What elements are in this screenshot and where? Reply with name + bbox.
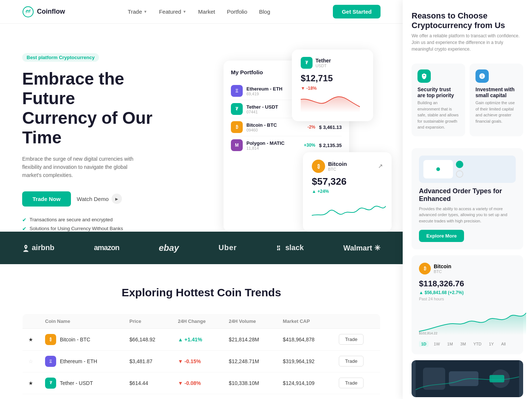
- table-row: ★ ₿Bitcoin - BTC $66,148.92 ▲ +1.41% $21…: [23, 328, 381, 350]
- btc-share-icon[interactable]: ↗: [378, 163, 383, 170]
- trends-title: Exploring Hottest Coin Trends: [22, 286, 381, 299]
- navbar: Coinflow Trade ▼ Featured ▼ Market Portf…: [0, 0, 403, 24]
- ao-title: Advanced Order Types for Enhanced: [419, 187, 516, 203]
- col-price: Price: [123, 314, 172, 328]
- eth-table-icon: Ξ: [45, 356, 56, 367]
- time-tabs: 1D 1W 1M 3M YTD 1Y All: [419, 341, 516, 347]
- check-icon-1: ✔: [22, 217, 27, 223]
- play-icon: ▶: [112, 194, 122, 204]
- col-market-cap: Market CAP: [277, 314, 333, 328]
- tether-price-card: ₮ Tether USDT $12,715 ▼ -18%: [292, 50, 373, 121]
- svg-rect-4: [279, 248, 280, 250]
- security-icon: [417, 69, 431, 83]
- hero-checks: ✔ Transactions are secure and encrypted …: [22, 217, 170, 232]
- get-started-button[interactable]: Get Started: [333, 5, 381, 18]
- svg-rect-10: [490, 375, 504, 382]
- eth-icon: Ξ: [231, 85, 243, 97]
- col-24h-volume: 24H Volume: [223, 314, 277, 328]
- col-24h-change: 24H Change: [172, 314, 223, 328]
- tether-mini-chart: [301, 94, 364, 114]
- trade-usdt-button[interactable]: Trade: [339, 378, 364, 388]
- reasons-title: Reasons to Choose Cryptocurrency from Us: [412, 11, 523, 30]
- hero-right: ₮ Tether USDT $12,715 ▼ -18%: [185, 46, 381, 232]
- hero-left: Best platform Cryptocurrency Embrace the…: [22, 46, 170, 232]
- explore-more-button[interactable]: Explore More: [419, 230, 464, 242]
- btc-detail-icon: ₿: [419, 263, 431, 274]
- reasons-subtitle: We offer a reliable platform to transact…: [412, 33, 523, 52]
- btc-detail-chart: $102,814.22: [419, 306, 526, 335]
- btc-detail-card: ₿ Bitcoin BTC $118,326.76 ▲ $56,841.68 (…: [412, 255, 523, 354]
- bitcoin-price-card: ₿ Bitcoin BTC ↗ $57,326 ▲ +24%: [303, 152, 392, 232]
- nav-blog[interactable]: Blog: [259, 8, 270, 15]
- brand-ebay: ebay: [159, 243, 179, 253]
- tab-1d[interactable]: 1D: [419, 341, 429, 347]
- bitcoin-chart: [312, 197, 383, 224]
- nav-market[interactable]: Market: [198, 8, 215, 15]
- trade-eth-button[interactable]: Trade: [339, 356, 364, 366]
- toggle-1[interactable]: [456, 161, 463, 168]
- star-usdt[interactable]: ★: [23, 372, 40, 394]
- brand-slack: slack: [276, 243, 304, 252]
- defi-image: [412, 360, 523, 397]
- star-bnb[interactable]: ☆: [23, 394, 40, 399]
- brand-amazon: amazon: [94, 243, 119, 252]
- nav-trade[interactable]: Trade ▼: [128, 8, 147, 15]
- toggle-2[interactable]: [456, 170, 463, 178]
- hero-buttons: Trade Now Watch Demo ▶: [22, 191, 170, 207]
- svg-text:$102,814.22: $102,814.22: [419, 331, 437, 335]
- ao-desc: Provides the ability to access a variety…: [419, 206, 516, 224]
- table-row: ☆ ΞEthereum - ETH $3,481.87 ▼ -0.15% $12…: [23, 350, 381, 372]
- reasons-grid: Security trust are top priority Building…: [412, 64, 523, 142]
- brand-airbnb: airbnb: [22, 243, 54, 252]
- svg-rect-2: [277, 248, 278, 250]
- btc-table-icon: ₿: [45, 334, 56, 345]
- hero-badge: Best platform Cryptocurrency: [22, 53, 99, 62]
- tab-ytd[interactable]: YTD: [471, 341, 484, 347]
- brands-banner: airbnb amazon ebay Uber slack Walmart ✳: [0, 232, 403, 264]
- reason-investment: Investment with small capital Gain optim…: [470, 64, 523, 136]
- table-row: ★ ₮Tether - USDT $614.44 ▼ -0.08% $10,33…: [23, 372, 381, 394]
- reason-security: Security trust are top priority Building…: [412, 64, 465, 136]
- table-row: ☆ BBNB - BNB $578.91 ▲ +0.86% $15,719.81…: [23, 394, 381, 399]
- trade-btc-button[interactable]: Trade: [339, 334, 364, 345]
- tab-1w[interactable]: 1W: [432, 341, 442, 347]
- nav-links: Trade ▼ Featured ▼ Market Portfolio Blog: [128, 8, 270, 15]
- tab-3m[interactable]: 3M: [458, 341, 468, 347]
- right-panel: Reasons to Choose Cryptocurrency from Us…: [403, 0, 532, 399]
- defi-section: Building the Future of Decentralized Fin…: [412, 360, 523, 399]
- tab-all[interactable]: All: [499, 341, 508, 347]
- svg-rect-3: [279, 245, 280, 247]
- check-item-2: ✔ Solutions for Using Currency Without B…: [22, 226, 170, 232]
- star-eth[interactable]: ☆: [23, 350, 40, 372]
- hero-title: Embrace the Future Currency of Our Time: [22, 69, 170, 147]
- hero-description: Embrace the surge of new digital currenc…: [22, 155, 140, 180]
- trade-now-button[interactable]: Trade Now: [22, 191, 71, 207]
- tab-1m[interactable]: 1M: [445, 341, 455, 347]
- nav-portfolio[interactable]: Portfolio: [227, 8, 247, 15]
- logo[interactable]: Coinflow: [22, 6, 65, 18]
- bitcoin-icon: ₿: [312, 160, 325, 173]
- star-btc[interactable]: ★: [23, 328, 40, 350]
- portfolio-row-matic: M Polygon - MATIC 11,814 +30% $ 2,135.35: [231, 136, 342, 154]
- investment-icon: [475, 69, 489, 83]
- brand-uber: Uber: [218, 243, 237, 252]
- check-item-1: ✔ Transactions are secure and encrypted: [22, 217, 170, 223]
- col-action: [333, 314, 381, 328]
- svg-rect-1: [277, 245, 278, 248]
- col-coin-name: Coin Name: [39, 314, 123, 328]
- matic-icon: M: [231, 139, 243, 151]
- tab-1y[interactable]: 1Y: [487, 341, 496, 347]
- check-icon-2: ✔: [22, 226, 27, 232]
- tether-icon: ₮: [301, 57, 313, 69]
- logo-icon: [22, 6, 34, 18]
- hero-section: Best platform Cryptocurrency Embrace the…: [0, 24, 403, 232]
- watch-demo-button[interactable]: Watch Demo ▶: [77, 194, 122, 204]
- trends-section: Exploring Hottest Coin Trends Coin Name …: [0, 264, 403, 399]
- advanced-order-card: Advanced Order Types for Enhanced Provid…: [412, 148, 523, 250]
- nav-featured[interactable]: Featured ▼: [159, 8, 186, 15]
- btc-icon: ₿: [231, 121, 243, 133]
- usdt-table-icon: ₮: [45, 378, 56, 389]
- usdt-icon: ₮: [231, 103, 243, 115]
- col-star: [23, 314, 40, 328]
- trends-table: Coin Name Price 24H Change 24H Volume Ma…: [22, 314, 381, 399]
